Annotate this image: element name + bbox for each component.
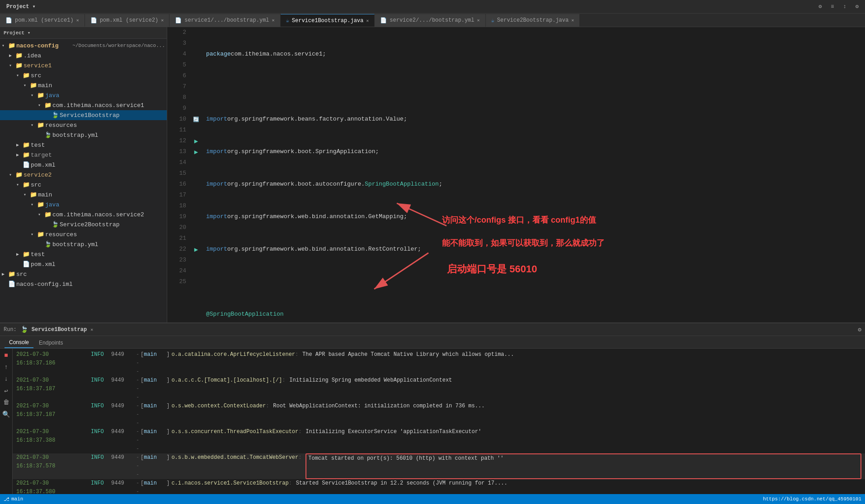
- tab-service2bootstrap-java[interactable]: ☕ Service2Bootstrap.java ✕: [486, 14, 580, 27]
- tab-button-console[interactable]: Console: [5, 337, 33, 348]
- run-icon-line10[interactable]: 🔄: [190, 114, 202, 125]
- tab-pom-service1[interactable]: 📄 pom.xml (service1) ✕: [0, 14, 85, 27]
- tab-label: service1/.../bootstrap.yml: [184, 17, 269, 23]
- tree-item-target1[interactable]: ▶ 📁 target: [0, 150, 167, 160]
- console-action-scroll-down[interactable]: ↓: [1, 374, 11, 384]
- tab-bootstrap2-yml[interactable]: 📄 service2/.../bootstrap.yml ✕: [375, 14, 485, 27]
- project-label[interactable]: Project ▾: [4, 2, 38, 11]
- yml-icon: 🍃: [44, 131, 52, 139]
- tab-pom-service2[interactable]: 📄 pom.xml (service2) ✕: [85, 14, 170, 27]
- log-message: Initializing Spring embedded WebApplicat…: [289, 376, 861, 402]
- log-level: INFO: [91, 350, 111, 376]
- tree-label: main: [38, 191, 165, 198]
- run-label: Run:: [4, 327, 17, 333]
- folder-icon: 📁: [23, 141, 31, 149]
- console-action-filter[interactable]: 🔍: [1, 409, 11, 419]
- editor-area: 2 3 4 5 6 7 8 9 10 11 12 13 14 15 16 17 …: [167, 27, 865, 322]
- tree-item-main2[interactable]: ▾ 📁 main: [0, 190, 167, 200]
- tab-close-icon[interactable]: ✕: [366, 18, 369, 23]
- tab-service1bootstrap-java[interactable]: ☕ Service1Bootstrap.java ✕: [281, 14, 375, 27]
- log-message: Root WebApplicationContext: initializati…: [273, 402, 861, 428]
- tree-item-service2[interactable]: ▾ 📁 service2: [0, 170, 167, 180]
- code-container: 2 3 4 5 6 7 8 9 10 11 12 13 14 15 16 17 …: [167, 27, 865, 322]
- tab-close-icon[interactable]: ✕: [477, 18, 480, 23]
- log-class: o.a.c.c.C.[Tomcat].[localhost].[/]: [171, 376, 282, 402]
- code-line-8: import org.springframework.web.bind.anno…: [206, 244, 861, 255]
- tree-item-idea[interactable]: ▶ 📁 .idea: [0, 51, 167, 61]
- console-action-clear[interactable]: 🗑: [1, 397, 11, 407]
- tree-label: src: [31, 72, 165, 79]
- folder-icon: 📁: [44, 102, 52, 109]
- tree-arrow: ▾: [16, 182, 23, 187]
- folder-icon: 📁: [23, 151, 31, 159]
- tree-item-pom2xml[interactable]: 📄 pom.xml: [0, 259, 167, 269]
- log-colon: :: [289, 479, 296, 494]
- tab-close-icon[interactable]: ✕: [76, 18, 79, 23]
- log-line-4: 2021-07-30 16:18:37.388 INFO 9449 --- [ …: [13, 428, 865, 453]
- tab-label: Service1Bootstrap.java: [292, 18, 363, 24]
- log-message: Started Service1Bootstrap in 12.2 second…: [296, 479, 861, 494]
- tree-item-main1[interactable]: ▾ 📁 main: [0, 80, 167, 90]
- log-level: INFO: [91, 479, 111, 494]
- run-icon-line22[interactable]: ▶: [190, 244, 202, 255]
- tree-item-src1[interactable]: ▾ 📁 src: [0, 70, 167, 80]
- tree-item-java1[interactable]: ▾ 📁 java: [0, 90, 167, 100]
- tree-item-test2[interactable]: ▶ 📁 test: [0, 249, 167, 259]
- log-bracket: ]: [166, 350, 169, 376]
- top-toolbar: Project ▾ ⚙ ≡ ↕ ⚙: [0, 0, 865, 14]
- run-icon-line13[interactable]: ▶: [190, 146, 202, 157]
- tree-arrow: ▾: [31, 122, 37, 128]
- toolbar-icon-sort[interactable]: ↕: [841, 3, 849, 11]
- tree-item-service1bootstrap[interactable]: 🍃 Service1Bootstrap: [0, 110, 167, 120]
- log-class: c.i.nacos.service1.Service1Bootstrap: [171, 479, 288, 494]
- toolbar-icon-settings[interactable]: ⚙: [816, 2, 824, 11]
- run-tab-buttons: Console Endpoints: [0, 336, 865, 349]
- folder-icon: 📁: [37, 231, 45, 238]
- tab-close-icon[interactable]: ✕: [571, 18, 574, 23]
- run-gear-icon[interactable]: ⚙: [858, 326, 861, 333]
- tree-item-java2[interactable]: ▾ 📁 java: [0, 200, 167, 210]
- tree-item-nacos-config[interactable]: ▾ 📁 nacos-config ~/Documents/workerspace…: [0, 41, 167, 51]
- tree-item-src-root[interactable]: ▶ 📁 src: [0, 269, 167, 279]
- tree-item-resources2[interactable]: ▾ 📁 resources: [0, 229, 167, 239]
- tree-item-service2bootstrap[interactable]: 🍃 Service2Bootstrap: [0, 219, 167, 229]
- tree-label: Service2Bootstrap: [60, 221, 165, 228]
- code-editor[interactable]: package com.itheima.nacos.service1; impo…: [202, 27, 865, 322]
- tree-item-pkg1[interactable]: ▾ 📁 com.itheima.nacos.service1: [0, 100, 167, 110]
- console-action-wrap[interactable]: ↩: [1, 386, 11, 396]
- tab-bootstrap1-yml[interactable]: 📄 service1/.../bootstrap.yml ✕: [169, 14, 280, 27]
- run-icon-line12[interactable]: ▶: [190, 135, 202, 146]
- folder-icon: 📁: [23, 72, 31, 79]
- tree-item-bootstrap2yml[interactable]: 🍃 bootstrap.yml: [0, 239, 167, 249]
- run-close-icon[interactable]: ✕: [90, 327, 93, 332]
- tab-close-icon[interactable]: ✕: [272, 18, 275, 23]
- tree-item-pkg2[interactable]: ▾ 📁 com.itheima.nacos.service2: [0, 210, 167, 219]
- log-pid: 9449: [111, 376, 136, 402]
- console-action-up[interactable]: ■: [1, 350, 11, 360]
- tree-label: test: [31, 251, 165, 258]
- tree-label: nacos-config.iml: [16, 281, 165, 288]
- tree-item-nacos-config-iml[interactable]: 📄 nacos-config.iml: [0, 279, 167, 289]
- log-thread: main: [144, 350, 166, 376]
- tab-close-icon[interactable]: ✕: [161, 18, 164, 23]
- git-branch-name: main: [11, 496, 23, 502]
- tree-item-pom1xml[interactable]: 📄 pom.xml: [0, 160, 167, 170]
- toolbar-icon-config[interactable]: ⚙: [853, 2, 861, 11]
- code-line-9: [206, 276, 861, 287]
- toolbar-icon-list[interactable]: ≡: [828, 3, 837, 11]
- status-bar: ⎇ main https://blog.csdn.net/qq_45950101: [0, 494, 865, 504]
- tree-item-service1[interactable]: ▾ 📁 service1: [0, 61, 167, 70]
- run-panel: Run: 🍃 Service1Bootstrap ✕ ⚙ Console End…: [0, 322, 865, 494]
- tree-label: .idea: [24, 52, 165, 59]
- tree-item-resources1[interactable]: ▾ 📁 resources: [0, 120, 167, 130]
- log-pid: 9449: [111, 402, 136, 428]
- tree-item-test1[interactable]: ▶ 📁 test: [0, 140, 167, 150]
- log-bracket: [: [141, 479, 144, 494]
- log-pid: 9449: [111, 479, 136, 494]
- console-action-scroll-up[interactable]: ↑: [1, 362, 11, 372]
- tree-item-src2[interactable]: ▾ 📁 src: [0, 180, 167, 190]
- tab-button-endpoints[interactable]: Endpoints: [34, 337, 67, 348]
- log-class: o.s.web.context.ContextLoader: [171, 402, 266, 428]
- tree-label: service1: [24, 62, 165, 69]
- tree-item-bootstrap1yml[interactable]: 🍃 bootstrap.yml: [0, 130, 167, 140]
